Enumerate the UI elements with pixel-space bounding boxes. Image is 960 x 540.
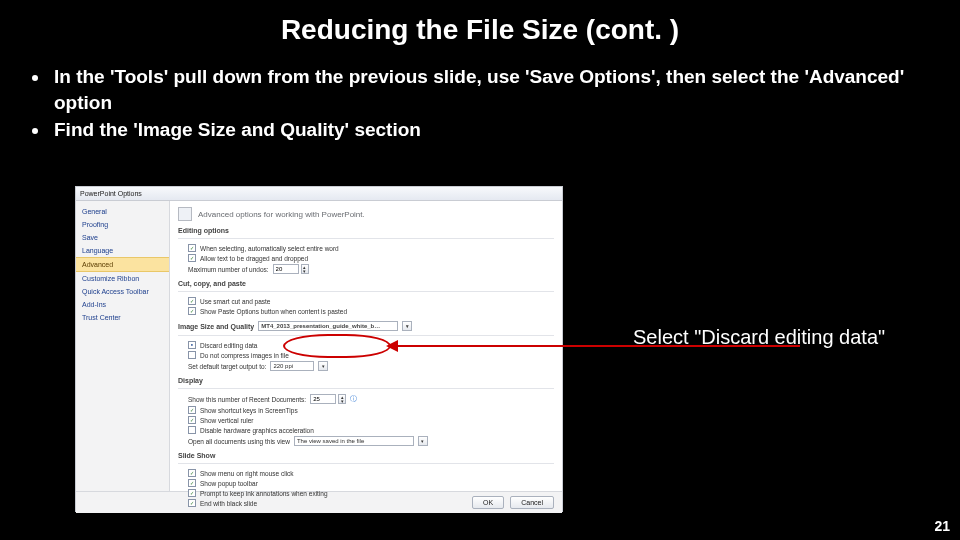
checkbox-show-shortcuts[interactable] xyxy=(188,406,196,414)
checkbox-end-black[interactable] xyxy=(188,499,196,507)
checkbox-smart-cut[interactable] xyxy=(188,297,196,305)
opt-label: Show menu on right mouse click xyxy=(200,470,294,477)
opt-label: Show Paste Options button when content i… xyxy=(200,308,347,315)
image-quality-file-select[interactable]: MT4_2013_presentation_guide_white_b… xyxy=(258,321,398,331)
opt-label: When selecting, automatically select ent… xyxy=(200,245,339,252)
section-cut-label: Cut, copy, and paste xyxy=(178,280,554,287)
spin-icon[interactable]: ▴▾ xyxy=(338,394,346,404)
undo-input[interactable] xyxy=(273,264,299,274)
open-view-label: Open all documents using this view xyxy=(188,438,290,445)
checkbox-ink-prompt[interactable] xyxy=(188,489,196,497)
opt-label: Use smart cut and paste xyxy=(200,298,270,305)
advanced-header-text: Advanced options for working with PowerP… xyxy=(198,210,365,219)
spin-icon[interactable]: ▴▾ xyxy=(301,264,309,274)
opt-label: Show vertical ruler xyxy=(200,417,253,424)
checkbox-paste-options[interactable] xyxy=(188,307,196,315)
sidebar-item-language[interactable]: Language xyxy=(76,244,169,257)
opt-label: Prompt to keep ink annotations when exit… xyxy=(200,490,328,497)
opt-label: Discard editing data xyxy=(200,342,257,349)
opt-label: End with black slide xyxy=(200,500,257,507)
sidebar-item-proofing[interactable]: Proofing xyxy=(76,218,169,231)
slide-title: Reducing the File Size (cont. ) xyxy=(0,0,960,46)
sidebar-item-addins[interactable]: Add-Ins xyxy=(76,298,169,311)
checkbox-disable-hw-accel[interactable] xyxy=(188,426,196,434)
bullet-item: In the 'Tools' pull down from the previo… xyxy=(50,64,930,115)
bullet-item: Find the 'Image Size and Quality' sectio… xyxy=(50,117,930,143)
checkbox-select-word[interactable] xyxy=(188,244,196,252)
sidebar-item-advanced[interactable]: Advanced xyxy=(76,257,169,272)
dialog-panel: Advanced options for working with PowerP… xyxy=(170,201,562,491)
chevron-down-icon[interactable]: ▾ xyxy=(418,436,428,446)
sidebar-item-general[interactable]: General xyxy=(76,205,169,218)
opt-label: Show popup toolbar xyxy=(200,480,258,487)
checkbox-vertical-ruler[interactable] xyxy=(188,416,196,424)
dialog-sidebar: General Proofing Save Language Advanced … xyxy=(76,201,170,491)
opt-label: Show shortcut keys in ScreenTips xyxy=(200,407,298,414)
checkbox-drag-drop[interactable] xyxy=(188,254,196,262)
sidebar-item-save[interactable]: Save xyxy=(76,231,169,244)
open-view-select[interactable]: The view saved in the file xyxy=(294,436,414,446)
chevron-down-icon[interactable]: ▾ xyxy=(318,361,328,371)
dialog-titlebar: PowerPoint Options xyxy=(76,187,562,201)
opt-label: Allow text to be dragged and dropped xyxy=(200,255,308,262)
sidebar-item-qat[interactable]: Quick Access Toolbar xyxy=(76,285,169,298)
chevron-down-icon[interactable]: ▾ xyxy=(402,321,412,331)
section-display-label: Display xyxy=(178,377,554,384)
opt-label: Do not compress images in file xyxy=(200,352,289,359)
target-output-label: Set default target output to: xyxy=(188,363,266,370)
powerpoint-options-dialog: PowerPoint Options General Proofing Save… xyxy=(75,186,563,512)
checkbox-discard-editing-data[interactable] xyxy=(188,341,196,349)
page-number: 21 xyxy=(934,518,950,534)
opt-label: Disable hardware graphics acceleration xyxy=(200,427,314,434)
recent-docs-label: Show this number of Recent Documents: xyxy=(188,396,306,403)
target-output-select[interactable]: 220 ppi xyxy=(270,361,314,371)
section-editing-label: Editing options xyxy=(178,227,554,234)
checkbox-right-click-menu[interactable] xyxy=(188,469,196,477)
info-icon: ⓘ xyxy=(350,395,357,404)
undo-label: Maximum number of undos: xyxy=(188,266,269,273)
checkbox-no-compress[interactable] xyxy=(188,351,196,359)
sidebar-item-trust-center[interactable]: Trust Center xyxy=(76,311,169,324)
checkbox-popup-toolbar[interactable] xyxy=(188,479,196,487)
recent-docs-input[interactable] xyxy=(310,394,336,404)
bullet-list: In the 'Tools' pull down from the previo… xyxy=(0,46,960,143)
section-image-label: Image Size and Quality xyxy=(178,323,254,330)
sidebar-item-customize-ribbon[interactable]: Customize Ribbon xyxy=(76,272,169,285)
section-slideshow-label: Slide Show xyxy=(178,452,554,459)
callout-text: Select "Discard editing data" xyxy=(633,325,885,350)
advanced-header-icon xyxy=(178,207,192,221)
